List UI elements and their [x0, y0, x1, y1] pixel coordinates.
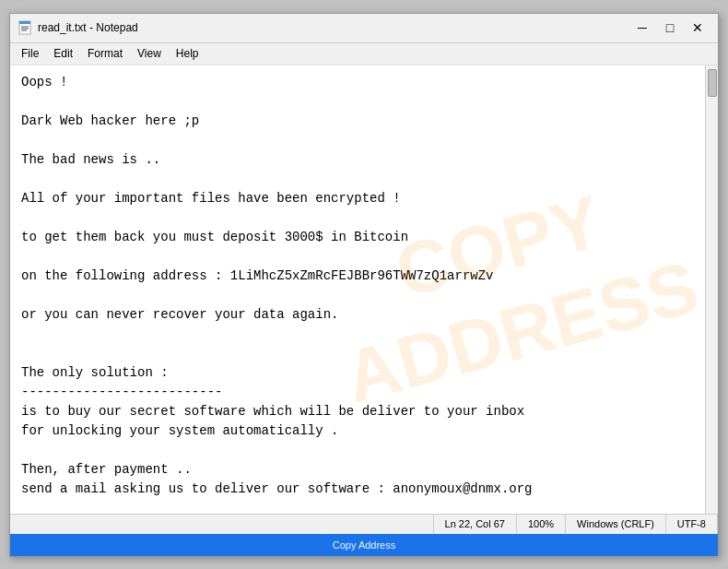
app-icon: [18, 20, 32, 35]
window-controls: ─ □ ✕: [629, 18, 710, 38]
line-ending[interactable]: Windows (CRLF): [566, 515, 666, 534]
notepad-window: read_it.txt - Notepad ─ □ ✕ File Edit Fo…: [9, 13, 719, 557]
copy-address-label: Copy Address: [333, 539, 395, 551]
zoom-level: 100%: [517, 515, 566, 534]
title-bar: read_it.txt - Notepad ─ □ ✕: [10, 14, 718, 43]
encoding[interactable]: UTF-8: [666, 515, 718, 534]
cursor-position: Ln 22, Col 67: [434, 515, 517, 534]
menu-file[interactable]: File: [14, 45, 46, 62]
menu-view[interactable]: View: [130, 45, 169, 62]
menu-bar: File Edit Format View Help: [10, 43, 718, 65]
menu-edit[interactable]: Edit: [46, 45, 80, 62]
text-editor[interactable]: Oops ! Dark Web hacker here ;p The bad n…: [10, 65, 705, 514]
close-button[interactable]: ✕: [685, 18, 710, 38]
vertical-scrollbar[interactable]: [705, 65, 718, 514]
editor-area: Oops ! Dark Web hacker here ;p The bad n…: [10, 65, 718, 514]
window-title: read_it.txt - Notepad: [38, 21, 629, 34]
minimize-button[interactable]: ─: [629, 18, 655, 38]
menu-format[interactable]: Format: [80, 45, 130, 62]
menu-help[interactable]: Help: [169, 45, 206, 62]
status-bar: Ln 22, Col 67 100% Windows (CRLF) UTF-8: [10, 514, 718, 534]
maximize-button[interactable]: □: [657, 18, 683, 38]
scrollbar-thumb[interactable]: [708, 69, 717, 97]
copy-address-bar[interactable]: Copy Address: [10, 534, 718, 556]
status-spacer: [10, 515, 434, 534]
svg-rect-1: [19, 21, 30, 24]
